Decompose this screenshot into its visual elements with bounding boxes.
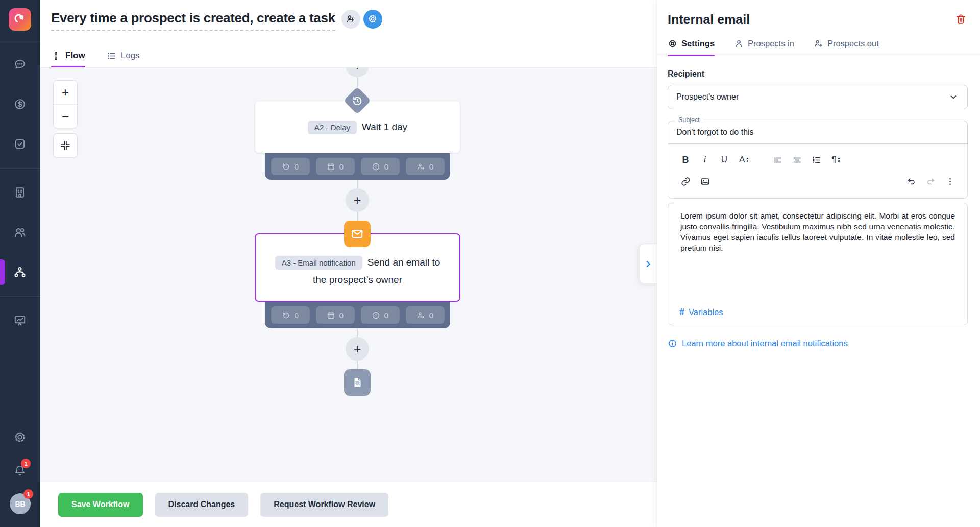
variables-button[interactable]: # Variables: [679, 307, 723, 318]
sidebar-item-companies[interactable]: [0, 173, 40, 212]
dollar-icon: [13, 98, 27, 111]
sidebar-item-conversations[interactable]: [0, 44, 40, 84]
stat-calendar[interactable]: 0: [316, 306, 355, 324]
variables-label: Variables: [689, 307, 723, 317]
insert-link-button[interactable]: [677, 173, 694, 189]
align-left-icon: [773, 155, 782, 165]
end-node[interactable]: [344, 369, 371, 396]
logo-icon: [13, 13, 27, 26]
stat-value: 0: [295, 162, 299, 171]
sidebar-item-workflows[interactable]: [0, 252, 40, 292]
bold-button[interactable]: B: [677, 152, 694, 168]
ordered-list-button[interactable]: [808, 152, 824, 168]
prospect-in-icon: [734, 39, 744, 49]
learn-more-link[interactable]: Learn more about internal email notifica…: [682, 339, 848, 348]
panel-tabs: Settings Prospects in Prospects out: [657, 39, 980, 56]
add-step-button-top[interactable]: +: [346, 68, 369, 77]
users-icon: [13, 226, 27, 239]
workflow-canvas[interactable]: + − + A2 - DelayWait 1 day: [40, 68, 657, 482]
align-left-button[interactable]: [769, 152, 786, 168]
redo-icon: [926, 177, 936, 186]
workflow-actions-bar: Save Workflow Discard Changes Request Wo…: [40, 482, 657, 527]
sidebar-divider: [0, 42, 40, 42]
sidebar: 1 BB 1: [0, 0, 40, 527]
sidebar-item-deals[interactable]: [0, 84, 40, 124]
active-indicator: [0, 259, 5, 285]
link-icon: [681, 177, 691, 186]
user-avatar[interactable]: BB 1: [0, 487, 40, 520]
automation-user-button[interactable]: [341, 10, 360, 29]
prospect-arrow-icon: [416, 311, 425, 320]
align-center-button[interactable]: [789, 152, 805, 168]
node-badge: A2 - Delay: [308, 121, 357, 134]
prospect-arrow-icon: [416, 162, 425, 171]
tab-prospects-in[interactable]: Prospects in: [734, 39, 794, 56]
zoom-controls: + −: [53, 80, 78, 158]
email-node-stats: 0 0 0 0: [265, 302, 450, 328]
workflow-settings-button[interactable]: [363, 10, 382, 29]
paragraph-style-button[interactable]: ¶: [827, 152, 844, 168]
discard-changes-button[interactable]: Discard Changes: [155, 493, 249, 517]
app-logo[interactable]: [9, 8, 31, 31]
chevron-right-icon: [644, 259, 653, 269]
underline-button[interactable]: U: [716, 152, 732, 168]
zoom-in-button[interactable]: +: [54, 81, 77, 104]
tab-logs-label: Logs: [121, 51, 140, 61]
tab-prospects-out-label: Prospects out: [827, 39, 879, 49]
gear-icon: [368, 14, 378, 24]
redo-button[interactable]: [922, 173, 939, 189]
calendar-icon: [327, 162, 335, 171]
stat-prospects-out[interactable]: 0: [406, 306, 445, 324]
italic-button[interactable]: i: [697, 152, 713, 168]
recipient-select[interactable]: Prospect's owner: [668, 85, 968, 109]
step-settings-panel: Internal email Settings: [657, 0, 980, 527]
tab-logs[interactable]: Logs: [107, 51, 140, 67]
text-style-button[interactable]: A: [736, 152, 752, 168]
sidebar-bottom: 1 BB 1: [0, 421, 40, 527]
stat-scheduled[interactable]: 0: [271, 306, 310, 324]
sidebar-item-reports[interactable]: [0, 301, 40, 341]
tab-flow-label: Flow: [65, 51, 85, 61]
sidebar-item-people[interactable]: [0, 212, 40, 252]
tab-prospects-out[interactable]: Prospects out: [814, 39, 879, 56]
collapse-panel-button[interactable]: [639, 244, 657, 284]
recipient-value: Prospect's owner: [676, 92, 739, 102]
learn-more-row[interactable]: Learn more about internal email notifica…: [668, 339, 968, 348]
stat-prospects-out[interactable]: 0: [406, 158, 445, 175]
editor-toolbar: B i U A ¶: [668, 144, 968, 199]
tab-flow[interactable]: Flow: [51, 51, 85, 67]
request-review-button[interactable]: Request Workflow Review: [260, 493, 388, 517]
email-body-editor[interactable]: Lorem ipsum dolor sit amet, consectetur …: [668, 203, 968, 325]
zoom-out-button[interactable]: −: [54, 104, 77, 128]
tab-settings[interactable]: Settings: [668, 39, 715, 56]
email-body-text: Lorem ipsum dolor sit amet, consectetur …: [680, 210, 955, 253]
stat-value: 0: [384, 162, 388, 171]
undo-button[interactable]: [903, 173, 919, 189]
sidebar-item-tasks[interactable]: [0, 124, 40, 164]
stat-scheduled[interactable]: 0: [271, 158, 310, 175]
workflow-title[interactable]: Every time a prospect is created, create…: [51, 10, 335, 31]
add-step-button-bottom[interactable]: +: [346, 337, 369, 361]
alert-circle-icon: [372, 162, 380, 171]
stat-value: 0: [429, 162, 433, 171]
insert-image-button[interactable]: [697, 173, 713, 189]
gear-icon: [13, 430, 27, 444]
stat-errors[interactable]: 0: [361, 158, 400, 175]
sidebar-item-settings[interactable]: [0, 421, 40, 453]
notifications-bell[interactable]: 1: [0, 453, 40, 487]
stat-calendar[interactable]: 0: [316, 158, 355, 175]
dots: [838, 158, 840, 162]
add-step-button-middle[interactable]: +: [346, 188, 369, 212]
tab-prospects-in-label: Prospects in: [748, 39, 794, 49]
delete-step-button[interactable]: [954, 12, 968, 28]
fit-view-icon: [60, 140, 71, 151]
more-options-button[interactable]: [942, 173, 958, 189]
subject-input[interactable]: Subject Don't forgot to do this: [668, 121, 968, 144]
ordered-list-icon: [812, 155, 821, 165]
undo-icon: [906, 177, 916, 186]
save-workflow-button[interactable]: Save Workflow: [58, 493, 143, 517]
stat-errors[interactable]: 0: [361, 306, 400, 324]
app: 1 BB 1 Every time a prospect is created,…: [0, 0, 980, 527]
clock-history-icon: [282, 311, 290, 320]
fit-view-button[interactable]: [53, 133, 78, 158]
